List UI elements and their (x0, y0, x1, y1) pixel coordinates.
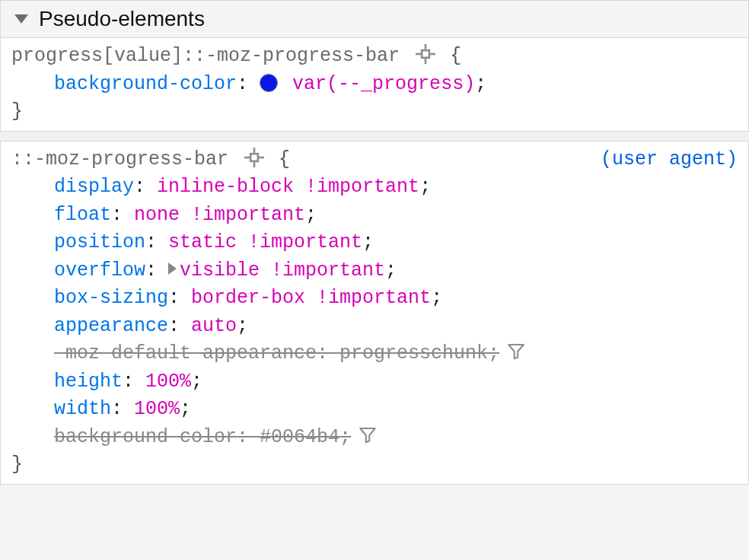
rule-block: (user agent) ::-moz-progress-bar { displ… (0, 141, 749, 485)
overridden-declaration: -moz-default-appearance: progresschunk; (54, 342, 499, 364)
colon: : (237, 73, 248, 95)
css-property[interactable]: display (54, 176, 134, 198)
css-declaration[interactable]: overflow: visible !important; (11, 257, 738, 285)
close-brace: } (11, 451, 738, 479)
css-declaration[interactable]: position: static !important; (11, 229, 738, 257)
filter-icon[interactable] (359, 426, 377, 444)
overridden-declaration: background-color: #0064b4; (54, 426, 351, 448)
css-value[interactable]: var(--_progress) (292, 73, 475, 95)
css-property[interactable]: width (54, 398, 111, 420)
css-property[interactable]: overflow (54, 259, 145, 282)
css-value[interactable]: border-box !important (191, 287, 431, 309)
rule-source[interactable]: (user agent) (601, 146, 738, 174)
color-swatch-icon[interactable] (260, 74, 278, 92)
css-value[interactable]: 100% (134, 398, 180, 420)
rules-panel: Pseudo-elements progress[value]::-moz-pr… (0, 0, 749, 485)
shorthand-expander-icon[interactable] (168, 262, 177, 275)
css-value[interactable]: auto (191, 315, 237, 337)
css-declaration[interactable]: background-color: var(--_progress); (11, 71, 738, 99)
css-declaration[interactable]: box-sizing: border-box !important; (11, 285, 738, 313)
open-brace: { (279, 148, 290, 170)
css-value[interactable]: visible !important (180, 259, 385, 282)
disclosure-triangle-icon[interactable] (14, 14, 28, 24)
semicolon: ; (475, 73, 486, 95)
css-value[interactable]: inline-block !important (157, 176, 419, 198)
css-property[interactable]: float (54, 204, 111, 226)
open-brace: { (450, 45, 461, 67)
svg-rect-5 (250, 154, 258, 161)
css-selector[interactable]: progress[value]::-moz-progress-bar (11, 45, 400, 67)
css-property[interactable]: box-sizing (54, 287, 168, 309)
css-selector[interactable]: ::-moz-progress-bar (11, 148, 228, 170)
css-value[interactable]: #0064b4 (260, 426, 339, 448)
svg-rect-0 (422, 50, 429, 58)
selector-highlighter-icon[interactable] (244, 148, 264, 167)
css-declaration[interactable]: appearance: auto; (11, 313, 738, 341)
css-property[interactable]: background-color (54, 426, 237, 448)
css-value[interactable]: 100% (145, 371, 191, 393)
css-property[interactable]: background-color (54, 73, 237, 95)
css-declaration[interactable]: display: inline-block !important; (11, 173, 738, 202)
filter-icon[interactable] (507, 342, 525, 361)
selector-highlighter-icon[interactable] (416, 44, 435, 64)
css-value[interactable]: none !important (134, 204, 305, 226)
css-value[interactable]: static !important (168, 231, 362, 253)
close-brace: } (11, 98, 738, 126)
css-declaration[interactable]: background-color: #0064b4; (11, 424, 738, 452)
css-declaration[interactable]: float: none !important; (11, 202, 738, 230)
css-declaration[interactable]: width: 100%; (11, 396, 738, 424)
css-value[interactable]: progresschunk (339, 342, 488, 364)
css-declaration[interactable]: height: 100%; (11, 368, 738, 396)
css-property[interactable]: height (54, 371, 123, 393)
css-property[interactable]: appearance (54, 315, 168, 337)
css-property[interactable]: -moz-default-appearance (54, 342, 317, 364)
section-title: Pseudo-elements (39, 7, 205, 31)
css-property[interactable]: position (54, 231, 145, 253)
rule-block: progress[value]::-moz-progress-bar { bac… (0, 38, 749, 132)
css-declaration[interactable]: -moz-default-appearance: progresschunk; (11, 340, 738, 368)
selector-line: progress[value]::-moz-progress-bar { (11, 43, 738, 71)
section-header[interactable]: Pseudo-elements (0, 0, 749, 38)
